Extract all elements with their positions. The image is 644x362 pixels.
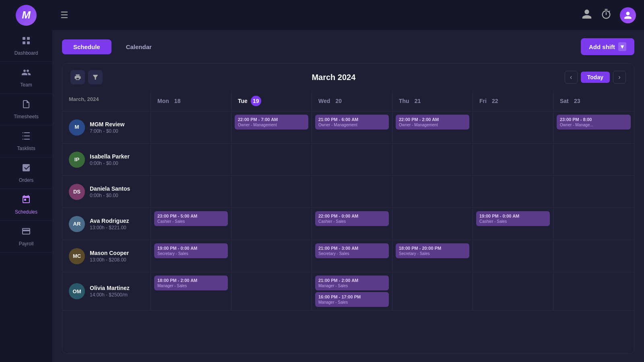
topbar: ☰ xyxy=(52,0,644,30)
shift-time: 23:00 PM - 8:00 xyxy=(560,117,627,122)
day-cell-ar-mon[interactable]: 23:00 PM - 5:00 AM Cashier - Sales xyxy=(151,208,231,240)
day-header-mon: Mon 18 xyxy=(151,91,231,111)
table-row: AR Ava Rodriguez 13:00h - $221.00 23:00 … xyxy=(62,208,634,240)
shift-om-wed1[interactable]: 21:00 PM - 2:00 AM Manager - Sales xyxy=(315,276,389,290)
svg-rect-0 xyxy=(23,37,25,40)
emp-hours-mgm: 7:00h - $0.00 xyxy=(90,128,124,134)
tab-calendar[interactable]: Calendar xyxy=(115,39,163,54)
day-cell-ds-wed xyxy=(312,176,392,208)
next-button[interactable]: › xyxy=(613,71,626,84)
day-cell-ar-wed[interactable]: 22:00 PM - 0:00 AM Cashier - Sales xyxy=(312,208,392,240)
sidebar-item-timesheets-label: Timesheets xyxy=(14,114,39,119)
day-cell-ip-wed xyxy=(312,144,392,175)
user-avatar[interactable] xyxy=(620,7,636,23)
sidebar-item-dashboard-label: Dashboard xyxy=(14,50,38,56)
employee-info-mgm: M MGM Review 7:00h - $0.00 xyxy=(62,111,151,143)
prev-button[interactable]: ‹ xyxy=(565,71,578,84)
day-cell-mc-sat xyxy=(553,240,634,272)
employee-info-om: OM Olivia Martinez 14:00h - $2500/m xyxy=(62,272,151,310)
emp-hours-ds: 0:00h - $0.00 xyxy=(90,193,130,198)
svg-rect-2 xyxy=(23,41,25,44)
shift-mc-mon[interactable]: 19:00 PM - 0:00 AM Secretary - Sales xyxy=(154,243,228,258)
tab-schedule[interactable]: Schedule xyxy=(62,39,111,54)
shift-mgm-tue[interactable]: 22:00 PM - 7:00 AM Owner - Management xyxy=(235,115,308,130)
shift-role: Manager - Sales xyxy=(318,300,386,304)
hamburger-menu[interactable]: ☰ xyxy=(60,10,68,21)
sidebar-item-schedules[interactable]: Schedules xyxy=(0,189,52,221)
day-cell-mc-fri xyxy=(473,240,553,272)
day-cell-mc-wed[interactable]: 21:00 PM - 3:00 AM Secretary - Sales xyxy=(312,240,392,272)
svg-rect-1 xyxy=(27,37,30,40)
shift-time: 21:00 PM - 6:00 AM xyxy=(318,117,386,122)
day-cell-ds-mon xyxy=(151,176,231,208)
emp-name-ar: Ava Rodriguez xyxy=(90,218,129,224)
shift-time: 18:00 PM - 2:00 AM xyxy=(157,278,225,283)
timer-icon[interactable] xyxy=(601,8,612,22)
today-button[interactable]: Today xyxy=(581,72,610,83)
shift-mgm-thu[interactable]: 22:00 PM - 2:00 AM Owner - Management xyxy=(396,115,469,130)
shift-role: Cashier - Sales xyxy=(479,219,547,224)
sidebar-item-payroll-label: Payroll xyxy=(19,241,34,247)
day-cell-om-mon[interactable]: 18:00 PM - 2:00 AM Manager - Sales xyxy=(151,272,231,310)
day-num-sat: 23 xyxy=(572,96,582,106)
add-shift-button[interactable]: Add shift ▾ xyxy=(581,38,634,55)
employee-details-mc: Mason Cooper 13:00h - $208.00 xyxy=(90,250,129,263)
day-cell-mgm-tue[interactable]: 22:00 PM - 7:00 AM Owner - Management xyxy=(231,111,312,143)
payroll-icon xyxy=(21,226,31,239)
day-cell-om-wed[interactable]: 21:00 PM - 2:00 AM Manager - Sales 16:00… xyxy=(312,272,392,310)
nav-controls: ‹ Today › xyxy=(565,71,626,84)
day-name-tue: Tue xyxy=(238,98,248,104)
table-row: MC Mason Cooper 13:00h - $208.00 19:00 P… xyxy=(62,240,634,272)
employee-rows: M MGM Review 7:00h - $0.00 22:00 PM - 7:… xyxy=(62,111,634,311)
sidebar-item-timesheets[interactable]: Timesheets xyxy=(0,94,52,125)
tabs: Schedule Calendar xyxy=(62,39,163,54)
day-cell-mgm-sat[interactable]: 23:00 PM - 8:00 Owner - Manage... xyxy=(553,111,634,143)
emp-name-mgm: MGM Review xyxy=(90,121,124,128)
shift-ar-wed[interactable]: 22:00 PM - 0:00 AM Cashier - Sales xyxy=(315,211,389,226)
sidebar-item-orders-label: Orders xyxy=(19,177,34,183)
shift-om-mon[interactable]: 18:00 PM - 2:00 AM Manager - Sales xyxy=(154,276,228,290)
shift-time: 19:00 PM - 0:00 AM xyxy=(479,214,547,218)
day-name-fri: Fri xyxy=(479,98,487,104)
shift-time: 23:00 PM - 5:00 AM xyxy=(157,214,225,218)
shift-ar-mon[interactable]: 23:00 PM - 5:00 AM Cashier - Sales xyxy=(154,211,228,226)
sidebar-item-payroll[interactable]: Payroll xyxy=(0,221,52,253)
day-cell-mc-mon[interactable]: 19:00 PM - 0:00 AM Secretary - Sales xyxy=(151,240,231,272)
shift-role: Owner - Manage... xyxy=(560,123,627,127)
avatar-ip: IP xyxy=(69,152,85,168)
day-cell-mgm-wed[interactable]: 21:00 PM - 6:00 AM Owner - Management xyxy=(312,111,392,143)
shift-role: Manager - Sales xyxy=(157,284,225,288)
day-cell-ar-tue xyxy=(231,208,312,240)
employee-info-ds: DS Daniela Santos 0:00h - $0.00 xyxy=(62,176,151,208)
schedule-title: March 2024 xyxy=(312,73,355,82)
emp-hours-om: 14:00h - $2500/m xyxy=(90,292,130,298)
day-cell-mgm-mon xyxy=(151,111,231,143)
shift-mgm-sat[interactable]: 23:00 PM - 8:00 Owner - Manage... xyxy=(557,115,631,130)
shift-mc-wed[interactable]: 21:00 PM - 3:00 AM Secretary - Sales xyxy=(315,243,389,258)
shift-mgm-wed[interactable]: 21:00 PM - 6:00 AM Owner - Management xyxy=(315,115,389,130)
svg-text:M: M xyxy=(75,123,79,130)
shift-mc-thu[interactable]: 18:00 PM - 20:00 PM Secretary - Sales xyxy=(396,243,469,258)
emp-name-ds: Daniela Santos xyxy=(90,185,130,192)
logo[interactable]: M xyxy=(0,0,52,30)
filter-button[interactable] xyxy=(88,70,103,84)
sidebar-item-dashboard[interactable]: Dashboard xyxy=(0,30,52,62)
schedule-container: March 2024 ‹ Today › March, 2024 Mon 18 xyxy=(62,63,634,354)
sidebar-item-orders[interactable]: Orders xyxy=(0,157,52,189)
day-cell-mgm-thu[interactable]: 22:00 PM - 2:00 AM Owner - Management xyxy=(392,111,473,143)
day-cell-ds-tue xyxy=(231,176,312,208)
day-cell-mc-thu[interactable]: 18:00 PM - 20:00 PM Secretary - Sales xyxy=(392,240,473,272)
day-cell-ip-sat xyxy=(553,144,634,175)
day-cell-ar-fri[interactable]: 19:00 PM - 0:00 AM Cashier - Sales xyxy=(473,208,553,240)
shift-om-wed2[interactable]: 16:00 PM - 17:00 PM Manager - Sales xyxy=(315,292,389,307)
shift-role: Cashier - Sales xyxy=(318,219,386,224)
shift-ar-fri[interactable]: 19:00 PM - 0:00 AM Cashier - Sales xyxy=(476,211,550,226)
print-button[interactable] xyxy=(70,70,85,84)
sidebar: M Dashboard Team Timesheets Tasklists Or… xyxy=(0,0,52,362)
user-icon[interactable] xyxy=(581,8,592,22)
avatar-ds: DS xyxy=(69,184,85,200)
sidebar-item-tasklists[interactable]: Tasklists xyxy=(0,125,52,157)
day-header-wed: Wed 20 xyxy=(312,91,392,111)
sidebar-item-team[interactable]: Team xyxy=(0,62,52,94)
tasklists-icon xyxy=(21,131,31,143)
